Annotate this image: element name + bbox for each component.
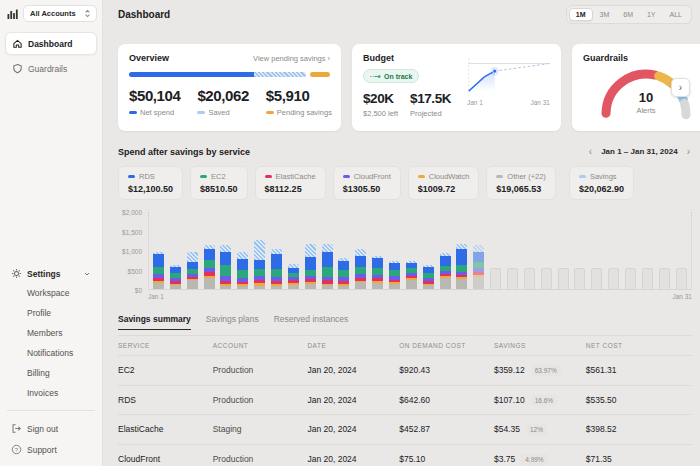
range-button-3m[interactable]: 3M	[593, 8, 617, 21]
date-prev-button[interactable]: ‹	[587, 146, 594, 157]
sidebar-item-guardrails[interactable]: Guardrails	[5, 57, 97, 80]
chart-bar-day-20[interactable]	[473, 245, 484, 289]
chart-bar-day-12[interactable]	[338, 258, 349, 289]
view-pending-savings-link[interactable]: View pending savings ›	[253, 54, 330, 63]
range-button-all[interactable]: ALL	[663, 8, 689, 21]
chart-bar-day-13[interactable]	[355, 249, 366, 289]
service-chip-rds[interactable]: RDS$12,100.50	[118, 166, 183, 200]
chart-bar-day-9[interactable]	[288, 264, 299, 289]
sidebar-item-support[interactable]: ?Support	[5, 439, 97, 460]
sidebar-subitem-workspace[interactable]: Workspace	[5, 283, 97, 303]
bar-segment-other-22	[220, 286, 231, 290]
sidebar-item-settings[interactable]: Settings	[5, 264, 97, 283]
table-header-row: SERVICEACCOUNTDATEON DEMAND COSTSAVINGSN…	[118, 335, 692, 356]
chart-bar-day-10[interactable]	[305, 244, 316, 289]
bar-segment-ec2	[322, 267, 333, 277]
table-row-cloudfront[interactable]: CloudFrontProductionJan 20, 2024$75.10$3…	[118, 445, 692, 466]
bar-segment-ec2	[220, 265, 231, 277]
chart-bar-day-2[interactable]	[170, 265, 181, 289]
account-selector[interactable]: All Accounts	[23, 5, 97, 22]
tab-savings-summary[interactable]: Savings summary	[118, 312, 191, 330]
sidebar-item-dashboard[interactable]: Dashboard	[5, 32, 97, 55]
cell-service: EC2	[118, 365, 213, 375]
chart-bar-day-6[interactable]	[237, 252, 248, 289]
chip-value: $1305.50	[343, 184, 391, 194]
chart-bar-day-4[interactable]	[204, 245, 215, 289]
service-chip-savings[interactable]: Savings$20,062.90	[569, 166, 634, 200]
budget-x-end: Jan 31	[530, 99, 550, 106]
date-next-button[interactable]: ›	[685, 146, 692, 157]
chart-bar-day-16[interactable]	[406, 261, 417, 289]
chart-bar-future	[490, 268, 501, 289]
table-row-rds[interactable]: RDSProductionJan 20, 2024$642.60$107.101…	[118, 386, 692, 416]
chart-bar-day-11[interactable]	[322, 244, 333, 289]
cell-savings: $3.754.99%	[494, 454, 586, 464]
chart-bar-day-19[interactable]	[456, 244, 467, 289]
stat-value: $20,062	[197, 87, 248, 104]
cell-account: Production	[213, 365, 308, 375]
overview-stats: $50,104Net spend$20,062Saved$5,910Pendin…	[129, 87, 330, 117]
service-chip-ec2[interactable]: EC2$8510.50	[190, 166, 248, 200]
overview-card-title: Overview	[129, 53, 169, 63]
tab-savings-plans[interactable]: Savings plans	[206, 312, 259, 330]
savings-percent-badge: 16.6%	[531, 395, 557, 406]
chart-bar-day-3[interactable]	[187, 252, 198, 289]
bar-segment-other-22	[187, 280, 198, 289]
sidebar-subitem-notifications[interactable]: Notifications	[5, 343, 97, 363]
series-color-dash-icon	[418, 175, 425, 178]
stat-label: Saved	[197, 108, 248, 117]
range-button-1m[interactable]: 1M	[569, 8, 593, 21]
bar-segment-other-22	[288, 285, 299, 289]
service-chip-elasticache[interactable]: ElastiCache$8112.25	[255, 166, 326, 200]
help-circle-icon: ?	[11, 444, 22, 455]
service-chip-other-22[interactable]: Other (+22)$19,065.53	[486, 166, 556, 200]
chart-bar-day-1[interactable]	[153, 252, 164, 289]
chart-bar-day-7[interactable]	[254, 240, 265, 289]
chart-bar-future	[574, 268, 585, 289]
tab-reserved-instances[interactable]: Reserved instances	[274, 312, 349, 330]
bar-segment-ec2	[372, 268, 383, 275]
sidebar-item-sign-out[interactable]: Sign out	[5, 418, 97, 439]
chart-bar-future	[507, 268, 518, 289]
chart-bar-day-17[interactable]	[423, 265, 434, 289]
chart-bar-day-15[interactable]	[389, 261, 400, 289]
sidebar-subitem-profile[interactable]: Profile	[5, 303, 97, 323]
sidebar-subitem-invoices[interactable]: Invoices	[5, 383, 97, 403]
bar-segment-ec2	[355, 267, 366, 274]
chip-value: $12,100.50	[128, 184, 173, 194]
cell-service: ElastiCache	[118, 424, 213, 434]
cell-account: Staging	[213, 424, 308, 434]
range-button-1y[interactable]: 1Y	[640, 8, 663, 21]
budget-x-start: Jan 1	[467, 99, 483, 106]
table-row-elasticache[interactable]: ElastiCacheStagingJan 20, 2024$452.87$54…	[118, 415, 692, 445]
range-button-6m[interactable]: 6M	[616, 8, 640, 21]
bar-segment-rds	[305, 257, 316, 270]
table-row-ec2[interactable]: EC2ProductionJan 20, 2024$920.43$359.126…	[118, 356, 692, 386]
chart-bar-future	[541, 268, 552, 289]
chart-bar-day-5[interactable]	[220, 245, 231, 289]
chart-bar-future	[591, 268, 602, 289]
sidebar-subitem-billing[interactable]: Billing	[5, 363, 97, 383]
sidebar-subitem-members[interactable]: Members	[5, 323, 97, 343]
chart-bar-day-14[interactable]	[372, 256, 383, 289]
column-header-savings: SAVINGS	[494, 342, 586, 349]
bar-segment-savings	[473, 245, 484, 253]
budget-remaining: $2,500 left	[363, 109, 398, 118]
chart-bar-day-8[interactable]	[271, 249, 282, 289]
bar-segment-other-22	[322, 285, 333, 289]
carousel-next-button[interactable]: ›	[671, 78, 690, 97]
chart-bar-future	[608, 268, 619, 289]
service-chip-cloudfront[interactable]: CloudFront$1305.50	[333, 166, 401, 200]
table-body: EC2ProductionJan 20, 2024$920.43$359.126…	[118, 356, 692, 466]
bar-segment-rds	[389, 263, 400, 270]
budget-projected: $17.5K	[410, 91, 451, 106]
chart-bar-day-18[interactable]	[440, 253, 451, 289]
bar-segment-other-22	[473, 277, 484, 290]
bar-segment-ec2	[271, 269, 282, 277]
series-color-dash-icon	[128, 175, 135, 178]
y-axis-tick: $2,000	[122, 209, 142, 216]
x-axis-start-label: Jan 1	[148, 293, 164, 300]
bar-segment-ec2	[204, 260, 215, 269]
sidebar-top: All Accounts	[7, 5, 97, 22]
service-chip-cloudwatch[interactable]: CloudWatch$1009.72	[408, 166, 480, 200]
